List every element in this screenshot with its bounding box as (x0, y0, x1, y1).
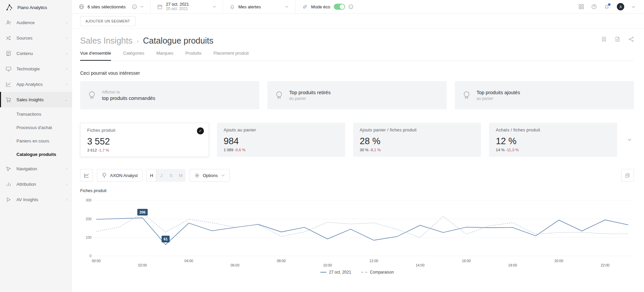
bookmark-icon[interactable] (601, 37, 606, 42)
user-avatar[interactable] (617, 3, 624, 10)
solid-line-swatch (320, 272, 326, 273)
kpi-card-fiches-produit[interactable]: Fiches produit ✓ 3 552 3 612 -1,7 % (80, 123, 209, 157)
tab-marques[interactable]: Marques (156, 51, 173, 61)
sidebar-item-paniers-en-cours[interactable]: Paniers en cours (0, 134, 72, 148)
sidebar-item-processus-achat[interactable]: Processus d'achat (0, 121, 72, 134)
svg-text:206: 206 (140, 210, 146, 214)
selected-check-icon: ✓ (197, 127, 204, 134)
kpi-card-achats-fiches[interactable]: Achats / fiches produit 12 % 14 % -11,3 … (489, 123, 617, 157)
tab-produits[interactable]: Produits (185, 51, 202, 61)
tab-placement-produit[interactable]: Placement produit (214, 51, 249, 61)
options-label: Options (203, 173, 218, 178)
granularity-week[interactable]: S (166, 169, 176, 182)
svg-text:61: 61 (164, 237, 168, 241)
chevron-right-icon: › (66, 82, 67, 86)
axon-analyst-button[interactable]: AXON Analyst (97, 169, 143, 182)
breadcrumb-parent[interactable]: Sales Insights (80, 36, 132, 46)
tab-categories[interactable]: Catégories (123, 51, 144, 61)
granularity-month[interactable]: M (176, 169, 185, 182)
dashed-line-swatch (361, 272, 367, 273)
page-header: Sales Insights › Catalogue produits (80, 36, 634, 46)
kpi-delta: -11,3 % (506, 148, 519, 152)
chart-type-button[interactable] (80, 169, 93, 182)
navigation-cursor-icon (6, 166, 11, 172)
kpi-comparison: 3 612 -1,7 % (87, 148, 202, 152)
legend-label: Comparaison (370, 270, 394, 275)
sales-insights-cart-icon (6, 97, 11, 103)
topbar-spacer (360, 0, 579, 13)
legend-item-comparison[interactable]: Comparaison (361, 270, 394, 275)
kpi-card-ajouts-au-panier[interactable]: Ajouts au panier 984 1 089 -9,6 % (217, 123, 345, 157)
sidebar-item-technologie[interactable]: Technologie › (0, 61, 72, 76)
alerts-menu[interactable]: Mes alertes (223, 0, 295, 13)
kpi-title: Ajouts panier / fiches produit (360, 128, 475, 132)
chart-toolbar: AXON Analyst H J S M Options (80, 169, 634, 182)
date-range-picker[interactable]: 27 oct. 2021 20 oct. 2021 (151, 0, 223, 13)
account-menu-chevron-icon[interactable] (632, 6, 635, 8)
suggestion-text: Afficher le top produits commandés (102, 90, 155, 101)
suggestion-card-top-produits-commandes[interactable]: Afficher le top produits commandés (80, 81, 259, 109)
chart-section: Fiches produit 010020030000:0002:0004:00… (80, 188, 634, 275)
kpi-card-ajouts-panier-fiches[interactable]: Ajouts panier / fiches produit 28 % 30 %… (353, 123, 481, 157)
kpi-comparison: 14 % -11,3 % (496, 148, 610, 152)
export-report-icon[interactable] (615, 37, 620, 42)
kpi-delta: -1,7 % (98, 148, 109, 152)
sidebar-item-label: Contenu (16, 51, 61, 56)
sidebar-item-label: Technologie (16, 66, 61, 71)
sidebar-item-contenu[interactable]: Contenu › (0, 46, 72, 61)
help-icon[interactable] (591, 4, 597, 9)
suggestion-card-top-produits-retires[interactable]: Top produits retirés du panier (267, 81, 446, 109)
sidebar-item-sources[interactable]: Sources › (0, 30, 72, 46)
sidebar-item-catalogue-produits[interactable]: Catalogue produits (0, 148, 72, 161)
svg-text:14:00: 14:00 (416, 264, 424, 267)
sidebar-item-av-insights[interactable]: AV Insights › (0, 192, 72, 207)
site-selector-label: 6 sites sélectionnés (88, 4, 125, 9)
tab-vue-densemble[interactable]: Vue d'ensemble (80, 51, 111, 61)
chevron-right-icon: › (66, 36, 67, 40)
add-segment-button[interactable]: AJOUTER UN SEGMENT (80, 16, 136, 26)
header-actions (601, 37, 634, 42)
svg-text:06:00: 06:00 (231, 264, 239, 267)
page-title: Catalogue produits (143, 36, 213, 46)
sidebar-item-attribution[interactable]: Attribution › (0, 176, 72, 192)
brand-logo[interactable]: Piano Analytics (0, 0, 72, 15)
chevron-down-icon (140, 6, 144, 8)
svg-text:20:00: 20:00 (554, 259, 563, 263)
suggestion-card-top-produits-ajoutes[interactable]: Top produits ajoutés au panier (455, 81, 634, 109)
info-icon[interactable] (132, 4, 137, 9)
top-bar: 6 sites sélectionnés 27 oct. 2021 20 oct… (72, 0, 644, 14)
calendar-icon (157, 4, 162, 9)
eco-mode-toggle[interactable] (334, 4, 345, 10)
sidebar-item-transactions[interactable]: Transactions (0, 107, 72, 121)
site-selector[interactable]: 6 sites sélectionnés (72, 0, 150, 13)
kpi-compare-value: 30 % (360, 148, 369, 152)
main-area: 6 sites sélectionnés 27 oct. 2021 20 oct… (72, 0, 644, 292)
copy-table-button[interactable] (621, 169, 634, 182)
sidebar-item-label: App Analytics (16, 82, 61, 87)
svg-text:18:00: 18:00 (508, 264, 517, 267)
app-switcher-icon[interactable] (579, 4, 584, 9)
granularity-day[interactable]: J (156, 169, 166, 182)
chevron-right-icon: › (66, 20, 67, 24)
sidebar-item-app-analytics[interactable]: App Analytics › (0, 76, 72, 92)
medal-icon (275, 90, 283, 100)
suggestion-line2: top produits commandés (102, 96, 155, 101)
info-icon[interactable] (348, 4, 353, 9)
breadcrumb: Sales Insights › Catalogue produits (80, 36, 213, 46)
share-icon[interactable] (629, 37, 634, 42)
granularity-hour[interactable]: H (147, 169, 156, 182)
sidebar-item-navigation[interactable]: Navigation › (0, 161, 72, 176)
line-chart[interactable]: 010020030000:0002:0004:0006:0008:0010:00… (80, 196, 634, 269)
kpi-more-chevron-icon[interactable] (625, 123, 634, 157)
options-button[interactable]: Options (190, 169, 230, 182)
chevron-down-icon (213, 6, 216, 8)
sidebar-item-sales-insights[interactable]: Sales Insights ⌄ (0, 92, 72, 107)
suggestion-cards: Afficher le top produits commandés Top p… (80, 81, 634, 109)
svg-text:0: 0 (90, 254, 92, 258)
notifications-button[interactable] (604, 4, 609, 9)
sidebar-child-label: Catalogue produits (16, 152, 56, 157)
gear-icon (195, 173, 200, 178)
toggle-knob (340, 4, 344, 9)
sidebar-item-audience[interactable]: Audience › (0, 15, 72, 30)
legend-item-current[interactable]: 27 oct. 2021 (320, 270, 351, 275)
